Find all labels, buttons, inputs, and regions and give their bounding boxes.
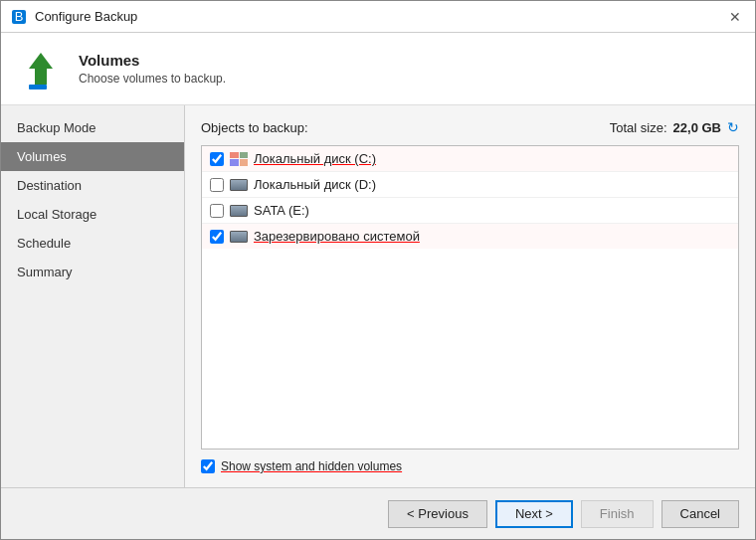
svg-text:B: B <box>15 9 24 24</box>
volume-icon-sys <box>230 230 248 244</box>
dialog-header: Volumes Choose volumes to backup. <box>1 33 755 105</box>
close-button[interactable]: ✕ <box>725 7 745 27</box>
volume-checkbox-d[interactable] <box>210 178 224 192</box>
finish-button[interactable]: Finish <box>581 500 654 528</box>
volume-icon-c <box>230 152 248 166</box>
header-text: Volumes Choose volumes to backup. <box>79 52 226 86</box>
volume-item-e[interactable]: SATA (E:) <box>202 198 738 224</box>
header-subtitle: Choose volumes to backup. <box>79 72 226 86</box>
volume-icon-e <box>230 204 248 218</box>
volume-label-d: Локальный диск (D:) <box>254 177 376 192</box>
main-area: Objects to backup: Total size: 22,0 GB ↻ <box>185 105 755 487</box>
refresh-icon[interactable]: ↻ <box>727 119 739 135</box>
svg-marker-2 <box>29 53 53 85</box>
sidebar-item-volumes[interactable]: Volumes <box>1 142 184 171</box>
volume-label-sys: Зарезервировано системой <box>254 229 420 244</box>
main-header: Objects to backup: Total size: 22,0 GB ↻ <box>201 119 739 135</box>
svg-rect-3 <box>29 85 47 90</box>
title-bar-left: B Configure Backup <box>11 9 137 25</box>
sidebar-item-destination[interactable]: Destination <box>1 171 184 200</box>
sidebar-item-summary[interactable]: Summary <box>1 258 184 286</box>
sidebar-item-schedule[interactable]: Schedule <box>1 229 184 258</box>
next-button[interactable]: Next > <box>495 500 573 528</box>
volume-icon-d <box>230 178 248 192</box>
volumes-list: Локальный диск (C:) Локальный диск (D:) <box>201 145 739 450</box>
volume-item-sys[interactable]: Зарезервировано системой <box>202 224 738 249</box>
previous-button[interactable]: < Previous <box>388 500 487 528</box>
header-title: Volumes <box>79 52 226 69</box>
total-size: Total size: 22,0 GB ↻ <box>610 119 739 135</box>
volume-item-c[interactable]: Локальный диск (C:) <box>202 146 738 172</box>
show-system-checkbox[interactable] <box>201 459 215 473</box>
title-bar: B Configure Backup ✕ <box>1 1 755 33</box>
show-system-label[interactable]: Show system and hidden volumes <box>221 459 402 473</box>
volume-checkbox-c[interactable] <box>210 152 224 166</box>
show-system-row: Show system and hidden volumes <box>201 459 739 473</box>
volume-label-e: SATA (E:) <box>254 203 309 218</box>
volume-checkbox-e[interactable] <box>210 204 224 218</box>
window-title: Configure Backup <box>35 9 137 24</box>
sidebar-item-backup-mode[interactable]: Backup Mode <box>1 113 184 142</box>
configure-backup-dialog: B Configure Backup ✕ Volumes Choose volu… <box>0 0 756 540</box>
cancel-button[interactable]: Cancel <box>662 500 739 528</box>
footer: < Previous Next > Finish Cancel <box>1 487 755 539</box>
volume-label-c: Локальный диск (C:) <box>254 151 376 166</box>
volume-item-d[interactable]: Локальный диск (D:) <box>202 172 738 198</box>
header-icon <box>17 45 65 92</box>
sidebar: Backup Mode Volumes Destination Local St… <box>1 105 185 487</box>
objects-label: Objects to backup: <box>201 120 308 135</box>
total-size-value: 22,0 GB <box>673 120 721 135</box>
content-area: Backup Mode Volumes Destination Local St… <box>1 105 755 487</box>
volume-checkbox-sys[interactable] <box>210 230 224 244</box>
app-icon: B <box>11 9 27 25</box>
total-size-label: Total size: <box>610 120 667 135</box>
sidebar-item-local-storage[interactable]: Local Storage <box>1 200 184 229</box>
